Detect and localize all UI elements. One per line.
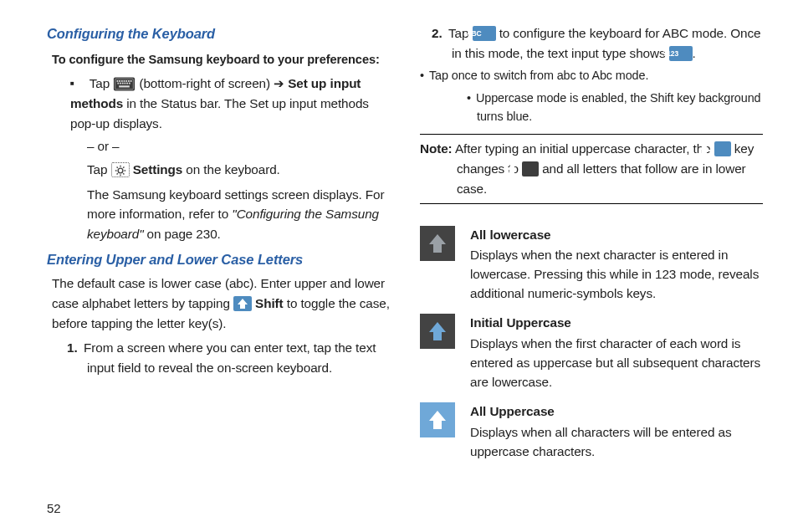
svg-rect-10 (120, 82, 121, 84)
case-table: All lowercase Displays when the next cha… (420, 226, 763, 462)
page-number: 52 (47, 501, 61, 515)
svg-line-24 (116, 173, 117, 174)
row-body: Displays when all characters will be ent… (470, 425, 731, 458)
square-bullet (70, 76, 90, 90)
left-column: Configuring the Keyboard To configure th… (47, 23, 390, 492)
all-uppercase-icon (420, 402, 455, 437)
svg-line-22 (123, 173, 124, 174)
keyboard-icon (113, 76, 136, 92)
step-1: 1.From a screen where you can enter text… (47, 338, 390, 377)
svg-rect-5 (124, 80, 125, 82)
row-initial-uppercase: Initial Uppercase Displays when the firs… (420, 314, 763, 392)
bullet-dot (467, 91, 476, 105)
settings-icon (111, 162, 130, 177)
step-2-sub2: Uppercase mode is enabled, the Shift key… (467, 89, 763, 126)
svg-rect-9 (118, 82, 120, 84)
bullet-dot (420, 69, 429, 82)
svg-line-23 (123, 166, 124, 167)
all-lowercase-icon (420, 226, 455, 261)
paragraph-case: The default case is lower case (abc). En… (47, 274, 390, 333)
row-body: Displays when the next character is ente… (470, 248, 759, 300)
row-all-uppercase: All Uppercase Displays when all characte… (420, 402, 763, 462)
step-2: 2.Tap ABC to configure the keyboard for … (420, 23, 763, 63)
shift-grey-icon (522, 161, 539, 176)
shift-icon (233, 296, 252, 311)
svg-rect-8 (130, 80, 132, 82)
row-title: All Uppercase (470, 402, 763, 422)
bullet-2: Tap Settings on the keyboard. (47, 160, 390, 180)
bullet-3: The Samsung keyboard settings screen dis… (47, 185, 390, 244)
svg-rect-2 (117, 80, 119, 82)
svg-rect-6 (126, 80, 128, 82)
shift-blue-icon (714, 141, 731, 156)
arrow-icon: ➔ (274, 76, 284, 90)
row-title: All lowercase (470, 226, 763, 245)
svg-rect-13 (126, 82, 128, 84)
svg-rect-3 (119, 80, 120, 82)
or-line: – or – (47, 136, 390, 156)
bullet-1: Tap (bottom-right of screen) ➔ Set up in… (47, 74, 390, 133)
svg-rect-11 (122, 82, 124, 84)
intro-line: To configure the Samsung keyboard to you… (47, 50, 390, 69)
note-box: Note: After typing an initial uppercase … (420, 134, 763, 203)
abc-mode-icon: ABC (473, 26, 496, 41)
row-body: Displays when the first character of eac… (470, 336, 760, 389)
right-column: 2.Tap ABC to configure the keyboard for … (420, 23, 763, 492)
svg-rect-15 (119, 85, 130, 87)
svg-rect-12 (125, 82, 126, 84)
svg-rect-7 (128, 80, 130, 82)
page-columns: Configuring the Keyboard To configure th… (47, 23, 763, 492)
svg-point-16 (118, 168, 123, 173)
row-all-lowercase: All lowercase Displays when the next cha… (420, 226, 763, 304)
svg-rect-4 (121, 80, 123, 82)
step-2-sub1: Tap once to switch from abc to Abc mode. (420, 66, 763, 84)
svg-rect-14 (129, 82, 130, 84)
svg-line-21 (116, 166, 117, 167)
initial-uppercase-icon (420, 314, 455, 349)
q123-mode-icon: ?123 (669, 46, 693, 61)
heading-configuring: Configuring the Keyboard (47, 23, 390, 45)
heading-upperlower: Entering Upper and Lower Case Letters (47, 249, 390, 271)
row-title: Initial Uppercase (470, 314, 763, 333)
